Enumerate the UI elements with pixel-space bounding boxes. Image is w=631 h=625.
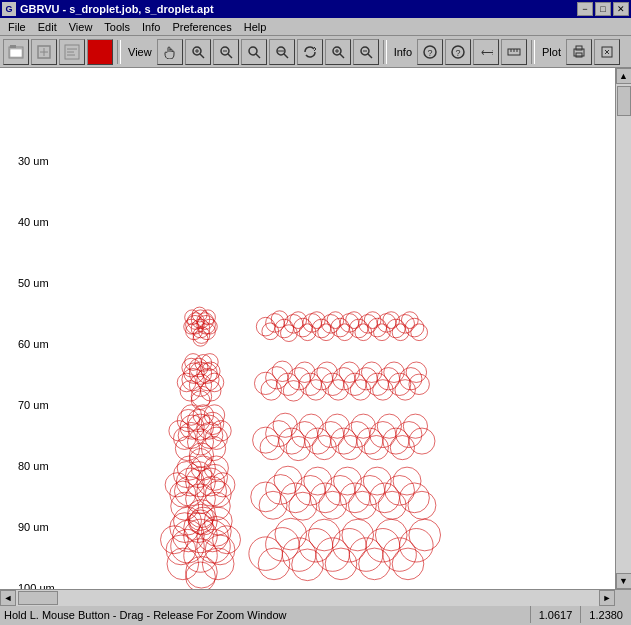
svg-point-120	[272, 361, 292, 381]
scrollbar-right[interactable]: ▲ ▼	[615, 68, 631, 589]
cluster-90um-small	[165, 456, 235, 534]
svg-line-7	[200, 54, 204, 58]
scroll-bottom-thumb[interactable]	[18, 591, 58, 605]
toolbar-btn-2[interactable]	[31, 39, 57, 65]
svg-point-261	[409, 519, 441, 551]
toolbar-export[interactable]	[594, 39, 620, 65]
scrollbar-bottom[interactable]: ◄ ►	[0, 589, 631, 605]
menu-edit[interactable]: Edit	[32, 20, 63, 34]
status-bar: Hold L. Mouse Button - Drag - Release Fo…	[0, 605, 631, 623]
svg-point-253	[275, 518, 307, 550]
title-bar: G GBRVU - s_droplet.job, s_droplet.apt −…	[0, 0, 631, 18]
svg-point-170	[299, 414, 323, 438]
svg-point-85	[401, 312, 418, 329]
svg-point-260	[392, 548, 424, 580]
svg-point-259	[375, 519, 407, 551]
svg-point-124	[317, 362, 337, 382]
scroll-up-button[interactable]: ▲	[616, 68, 632, 84]
svg-point-198	[211, 473, 235, 497]
cluster-60um-small	[184, 307, 217, 346]
scroll-down-button[interactable]: ▼	[616, 573, 632, 589]
svg-point-77	[327, 312, 344, 329]
toolbar-zoom-2[interactable]	[213, 39, 239, 65]
cluster-100um-small	[161, 507, 241, 589]
cluster-80um-bar	[253, 413, 435, 460]
svg-point-132	[406, 362, 426, 382]
app-icon: G	[2, 2, 16, 16]
toolbar-view-label: View	[125, 46, 155, 58]
svg-point-254	[292, 549, 324, 581]
toolbar-btn-1[interactable]	[3, 39, 29, 65]
coord-y-value: 1.2380	[589, 609, 623, 621]
menu-info[interactable]: Info	[136, 20, 166, 34]
close-button[interactable]: ✕	[613, 2, 629, 16]
svg-point-255	[308, 519, 340, 551]
scroll-right-button[interactable]: ►	[599, 590, 615, 606]
menu-view[interactable]: View	[63, 20, 99, 34]
toolbar-hand[interactable]	[157, 39, 183, 65]
svg-point-122	[294, 362, 314, 382]
toolbar-print[interactable]	[566, 39, 592, 65]
menu-help[interactable]: Help	[238, 20, 273, 34]
toolbar-info-3[interactable]: ⟷	[473, 39, 499, 65]
svg-line-14	[256, 54, 260, 58]
toolbar-sep-3	[531, 40, 535, 64]
toolbar-btn-3[interactable]	[59, 39, 85, 65]
svg-point-52	[193, 331, 208, 346]
toolbar-rotate[interactable]	[297, 39, 323, 65]
toolbar-ruler[interactable]	[501, 39, 527, 65]
main-area: 30 um 40 um 50 um 60 um 70 um 80 um 90 u…	[0, 68, 631, 589]
svg-rect-2	[10, 49, 22, 57]
canvas-area[interactable]: 30 um 40 um 50 um 60 um 70 um 80 um 90 u…	[0, 68, 615, 589]
coord-x-value: 1.0617	[539, 609, 573, 621]
toolbar-zoom-3[interactable]	[241, 39, 267, 65]
toolbar-sep-2	[383, 40, 387, 64]
toolbar-sep-1	[117, 40, 121, 64]
toolbar-info-label: Info	[391, 46, 415, 58]
cluster-90um-bar	[251, 466, 436, 520]
toolbar-info-2[interactable]: ?	[445, 39, 471, 65]
cluster-70um-bar	[254, 361, 429, 401]
svg-point-121	[283, 381, 303, 401]
window-controls: − □ ✕	[577, 2, 629, 16]
svg-line-19	[340, 54, 344, 58]
svg-point-126	[339, 362, 359, 382]
svg-point-172	[325, 414, 349, 438]
menu-preferences[interactable]: Preferences	[166, 20, 237, 34]
toolbar-stop-btn[interactable]	[87, 39, 113, 65]
svg-point-130	[384, 362, 404, 382]
menu-bar: File Edit View Tools Info Preferences He…	[0, 18, 631, 36]
svg-point-81	[364, 312, 381, 329]
scroll-bottom-track[interactable]	[16, 590, 599, 606]
svg-text:?: ?	[428, 48, 433, 58]
toolbar-zoom-1[interactable]	[185, 39, 211, 65]
svg-point-53	[256, 317, 275, 336]
toolbar-plot-label: Plot	[539, 46, 564, 58]
toolbar-zoom-4[interactable]	[269, 39, 295, 65]
svg-point-218	[363, 467, 391, 495]
svg-point-174	[351, 414, 375, 438]
scroll-left-button[interactable]: ◄	[0, 590, 16, 606]
svg-point-176	[377, 414, 401, 438]
svg-point-178	[403, 414, 427, 438]
maximize-button[interactable]: □	[595, 2, 611, 16]
title-text: G GBRVU - s_droplet.job, s_droplet.apt	[2, 2, 214, 16]
svg-line-23	[368, 54, 372, 58]
toolbar-zoom-6[interactable]	[353, 39, 379, 65]
toolbar-zoom-5[interactable]	[325, 39, 351, 65]
menu-file[interactable]: File	[2, 20, 32, 34]
svg-point-168	[273, 413, 297, 437]
svg-point-214	[304, 467, 332, 495]
cluster-70um-small	[177, 354, 224, 410]
svg-point-5	[94, 46, 106, 58]
svg-point-220	[393, 467, 421, 495]
scroll-right-thumb[interactable]	[617, 86, 631, 116]
svg-line-16	[284, 54, 288, 58]
scroll-right-track[interactable]	[616, 84, 632, 573]
menu-tools[interactable]: Tools	[98, 20, 136, 34]
cluster-80um-small	[169, 405, 231, 471]
svg-point-69	[405, 318, 424, 337]
minimize-button[interactable]: −	[577, 2, 593, 16]
svg-rect-1	[10, 45, 16, 48]
toolbar-info-1[interactable]: ?	[417, 39, 443, 65]
